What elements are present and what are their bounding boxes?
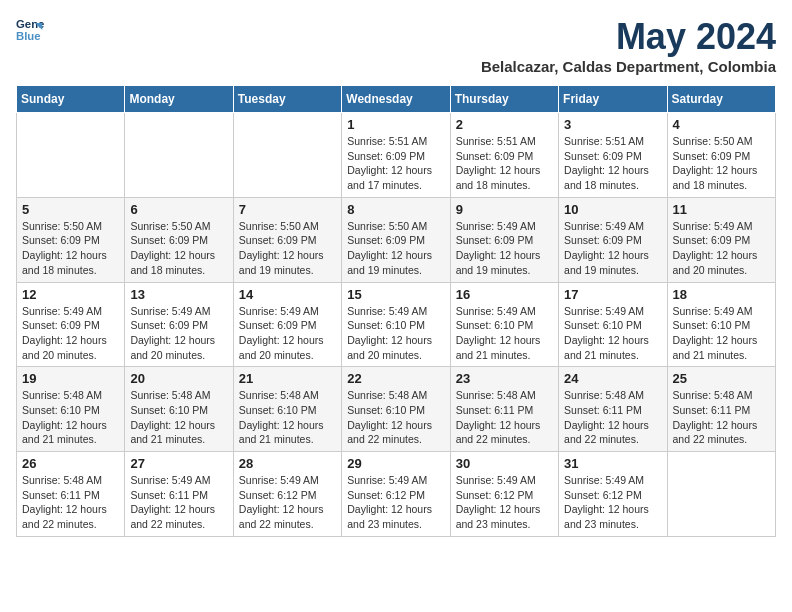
calendar-day-cell: 12Sunrise: 5:49 AM Sunset: 6:09 PM Dayli… <box>17 282 125 367</box>
day-info: Sunrise: 5:48 AM Sunset: 6:10 PM Dayligh… <box>239 388 336 447</box>
day-number: 29 <box>347 456 444 471</box>
calendar-day-cell: 10Sunrise: 5:49 AM Sunset: 6:09 PM Dayli… <box>559 197 667 282</box>
page-header: General Blue May 2024 Belalcazar, Caldas… <box>16 16 776 75</box>
weekday-header-cell: Sunday <box>17 86 125 113</box>
calendar-day-cell: 24Sunrise: 5:48 AM Sunset: 6:11 PM Dayli… <box>559 367 667 452</box>
calendar-day-cell: 19Sunrise: 5:48 AM Sunset: 6:10 PM Dayli… <box>17 367 125 452</box>
day-number: 2 <box>456 117 553 132</box>
calendar-day-cell: 1Sunrise: 5:51 AM Sunset: 6:09 PM Daylig… <box>342 113 450 198</box>
logo-icon: General Blue <box>16 16 44 44</box>
calendar-day-cell <box>233 113 341 198</box>
day-number: 12 <box>22 287 119 302</box>
day-info: Sunrise: 5:49 AM Sunset: 6:09 PM Dayligh… <box>22 304 119 363</box>
day-info: Sunrise: 5:49 AM Sunset: 6:11 PM Dayligh… <box>130 473 227 532</box>
day-info: Sunrise: 5:49 AM Sunset: 6:12 PM Dayligh… <box>564 473 661 532</box>
calendar-day-cell: 30Sunrise: 5:49 AM Sunset: 6:12 PM Dayli… <box>450 452 558 537</box>
day-number: 23 <box>456 371 553 386</box>
calendar-day-cell: 16Sunrise: 5:49 AM Sunset: 6:10 PM Dayli… <box>450 282 558 367</box>
day-info: Sunrise: 5:48 AM Sunset: 6:11 PM Dayligh… <box>564 388 661 447</box>
calendar-day-cell: 31Sunrise: 5:49 AM Sunset: 6:12 PM Dayli… <box>559 452 667 537</box>
calendar-day-cell: 25Sunrise: 5:48 AM Sunset: 6:11 PM Dayli… <box>667 367 775 452</box>
calendar-day-cell: 20Sunrise: 5:48 AM Sunset: 6:10 PM Dayli… <box>125 367 233 452</box>
calendar-week-row: 12Sunrise: 5:49 AM Sunset: 6:09 PM Dayli… <box>17 282 776 367</box>
day-info: Sunrise: 5:49 AM Sunset: 6:09 PM Dayligh… <box>239 304 336 363</box>
day-info: Sunrise: 5:50 AM Sunset: 6:09 PM Dayligh… <box>239 219 336 278</box>
day-number: 13 <box>130 287 227 302</box>
day-number: 19 <box>22 371 119 386</box>
calendar-day-cell: 28Sunrise: 5:49 AM Sunset: 6:12 PM Dayli… <box>233 452 341 537</box>
day-number: 10 <box>564 202 661 217</box>
calendar-day-cell: 27Sunrise: 5:49 AM Sunset: 6:11 PM Dayli… <box>125 452 233 537</box>
day-info: Sunrise: 5:49 AM Sunset: 6:09 PM Dayligh… <box>130 304 227 363</box>
weekday-header-cell: Saturday <box>667 86 775 113</box>
calendar-day-cell: 21Sunrise: 5:48 AM Sunset: 6:10 PM Dayli… <box>233 367 341 452</box>
location-subtitle: Belalcazar, Caldas Department, Colombia <box>481 58 776 75</box>
day-info: Sunrise: 5:49 AM Sunset: 6:09 PM Dayligh… <box>456 219 553 278</box>
calendar-day-cell: 22Sunrise: 5:48 AM Sunset: 6:10 PM Dayli… <box>342 367 450 452</box>
calendar-day-cell <box>125 113 233 198</box>
day-info: Sunrise: 5:51 AM Sunset: 6:09 PM Dayligh… <box>564 134 661 193</box>
day-number: 17 <box>564 287 661 302</box>
day-info: Sunrise: 5:49 AM Sunset: 6:12 PM Dayligh… <box>456 473 553 532</box>
calendar-day-cell: 23Sunrise: 5:48 AM Sunset: 6:11 PM Dayli… <box>450 367 558 452</box>
day-info: Sunrise: 5:51 AM Sunset: 6:09 PM Dayligh… <box>456 134 553 193</box>
day-number: 30 <box>456 456 553 471</box>
day-info: Sunrise: 5:49 AM Sunset: 6:10 PM Dayligh… <box>456 304 553 363</box>
day-number: 15 <box>347 287 444 302</box>
weekday-header-cell: Monday <box>125 86 233 113</box>
day-info: Sunrise: 5:50 AM Sunset: 6:09 PM Dayligh… <box>673 134 770 193</box>
calendar-day-cell <box>17 113 125 198</box>
day-number: 7 <box>239 202 336 217</box>
calendar-day-cell <box>667 452 775 537</box>
day-number: 28 <box>239 456 336 471</box>
day-number: 26 <box>22 456 119 471</box>
month-year-title: May 2024 <box>481 16 776 58</box>
day-number: 16 <box>456 287 553 302</box>
calendar-day-cell: 4Sunrise: 5:50 AM Sunset: 6:09 PM Daylig… <box>667 113 775 198</box>
calendar-week-row: 1Sunrise: 5:51 AM Sunset: 6:09 PM Daylig… <box>17 113 776 198</box>
day-number: 21 <box>239 371 336 386</box>
day-number: 5 <box>22 202 119 217</box>
calendar-day-cell: 29Sunrise: 5:49 AM Sunset: 6:12 PM Dayli… <box>342 452 450 537</box>
day-number: 1 <box>347 117 444 132</box>
calendar-day-cell: 26Sunrise: 5:48 AM Sunset: 6:11 PM Dayli… <box>17 452 125 537</box>
day-number: 8 <box>347 202 444 217</box>
day-info: Sunrise: 5:50 AM Sunset: 6:09 PM Dayligh… <box>22 219 119 278</box>
day-info: Sunrise: 5:48 AM Sunset: 6:11 PM Dayligh… <box>456 388 553 447</box>
day-number: 22 <box>347 371 444 386</box>
day-number: 31 <box>564 456 661 471</box>
calendar-day-cell: 8Sunrise: 5:50 AM Sunset: 6:09 PM Daylig… <box>342 197 450 282</box>
weekday-header-cell: Wednesday <box>342 86 450 113</box>
day-info: Sunrise: 5:48 AM Sunset: 6:10 PM Dayligh… <box>22 388 119 447</box>
day-number: 20 <box>130 371 227 386</box>
day-number: 11 <box>673 202 770 217</box>
day-number: 6 <box>130 202 227 217</box>
calendar-table: SundayMondayTuesdayWednesdayThursdayFrid… <box>16 85 776 537</box>
day-info: Sunrise: 5:48 AM Sunset: 6:10 PM Dayligh… <box>130 388 227 447</box>
calendar-day-cell: 14Sunrise: 5:49 AM Sunset: 6:09 PM Dayli… <box>233 282 341 367</box>
calendar-day-cell: 7Sunrise: 5:50 AM Sunset: 6:09 PM Daylig… <box>233 197 341 282</box>
day-info: Sunrise: 5:49 AM Sunset: 6:10 PM Dayligh… <box>564 304 661 363</box>
day-info: Sunrise: 5:49 AM Sunset: 6:10 PM Dayligh… <box>673 304 770 363</box>
day-info: Sunrise: 5:49 AM Sunset: 6:12 PM Dayligh… <box>347 473 444 532</box>
calendar-day-cell: 13Sunrise: 5:49 AM Sunset: 6:09 PM Dayli… <box>125 282 233 367</box>
calendar-day-cell: 9Sunrise: 5:49 AM Sunset: 6:09 PM Daylig… <box>450 197 558 282</box>
day-number: 9 <box>456 202 553 217</box>
calendar-body: 1Sunrise: 5:51 AM Sunset: 6:09 PM Daylig… <box>17 113 776 537</box>
day-info: Sunrise: 5:50 AM Sunset: 6:09 PM Dayligh… <box>347 219 444 278</box>
calendar-day-cell: 17Sunrise: 5:49 AM Sunset: 6:10 PM Dayli… <box>559 282 667 367</box>
day-info: Sunrise: 5:48 AM Sunset: 6:10 PM Dayligh… <box>347 388 444 447</box>
logo: General Blue <box>16 16 44 44</box>
day-info: Sunrise: 5:49 AM Sunset: 6:10 PM Dayligh… <box>347 304 444 363</box>
day-number: 24 <box>564 371 661 386</box>
calendar-week-row: 19Sunrise: 5:48 AM Sunset: 6:10 PM Dayli… <box>17 367 776 452</box>
day-info: Sunrise: 5:49 AM Sunset: 6:09 PM Dayligh… <box>673 219 770 278</box>
weekday-header-cell: Tuesday <box>233 86 341 113</box>
calendar-day-cell: 5Sunrise: 5:50 AM Sunset: 6:09 PM Daylig… <box>17 197 125 282</box>
calendar-week-row: 5Sunrise: 5:50 AM Sunset: 6:09 PM Daylig… <box>17 197 776 282</box>
day-info: Sunrise: 5:49 AM Sunset: 6:12 PM Dayligh… <box>239 473 336 532</box>
day-info: Sunrise: 5:49 AM Sunset: 6:09 PM Dayligh… <box>564 219 661 278</box>
calendar-day-cell: 2Sunrise: 5:51 AM Sunset: 6:09 PM Daylig… <box>450 113 558 198</box>
day-number: 27 <box>130 456 227 471</box>
weekday-header-cell: Thursday <box>450 86 558 113</box>
